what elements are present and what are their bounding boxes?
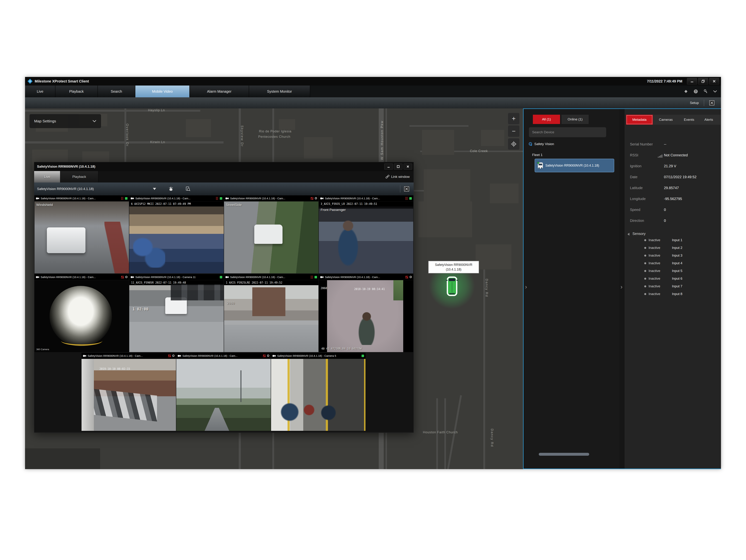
details-tab-bar: Metadata Cameras Events Alerts — [626, 115, 721, 125]
clock: 7/11/2022 7:49:49 PM — [647, 79, 682, 83]
camera-window: SafetyVision RR9000NVR (10.4.1.18) Live … — [34, 162, 414, 433]
camera-tile[interactable]: SafetyVision RR9000NVR (10.4.1.18) - Cam… — [271, 353, 366, 431]
app-title: Milestone XProtect Smart Client — [35, 79, 89, 83]
tab-playback[interactable]: Playback — [55, 86, 98, 97]
tab-live[interactable]: Live — [25, 86, 55, 97]
camera-tile[interactable]: SafetyVision RR9000NVR (10.4.1.18) - Cam… — [224, 274, 318, 352]
map-zoom-out-button[interactable]: − — [508, 125, 520, 137]
camera-tile[interactable]: SafetyVision RR9000NVR (10.4.1.18) - Cam… — [34, 274, 129, 352]
map-locate-button[interactable] — [508, 138, 520, 150]
camera-tab-live[interactable]: Live — [34, 171, 60, 183]
road — [409, 125, 468, 127]
follow-vehicle-icon[interactable] — [169, 187, 173, 191]
video-feed[interactable] — [271, 359, 366, 431]
close-button[interactable] — [709, 78, 719, 84]
link-icon — [385, 175, 390, 179]
camera-window-toolbar: SafetyVision RR9000NVR (10.4.1.18) — [34, 183, 413, 195]
link-window-button[interactable]: Link window — [385, 171, 410, 183]
sensory-collapse-icon[interactable] — [627, 233, 629, 235]
inactive-dot-icon — [644, 239, 646, 241]
camera-tile[interactable]: SafetyVision RR9000NVR (10.4.1.18) - Cam… — [224, 195, 318, 273]
title-bar: Milestone XProtect Smart Client 7/11/202… — [25, 77, 721, 86]
tab-system-monitor[interactable]: System Monitor — [249, 86, 310, 97]
overlay-indicator: O — [172, 354, 174, 358]
camera-tile[interactable]: SafetyVision RR9000NVR (10.4.1.18) - Cam… — [129, 274, 224, 352]
camera-icon — [320, 197, 323, 199]
no-recording-icon — [168, 355, 171, 357]
selector-caret-icon[interactable] — [153, 188, 156, 190]
tab-metadata[interactable]: Metadata — [626, 115, 653, 125]
no-recording-icon — [310, 197, 314, 200]
device-search-input[interactable] — [529, 127, 606, 137]
map-label: Kirwin Ln — [150, 140, 165, 144]
camera-tile[interactable]: SafetyVision RR9000NVR (10.4.1.18) - Cam… — [176, 353, 271, 431]
camera-tile[interactable]: SafetyVision RR9000NVR (10.4.1.18) - Cam… — [319, 274, 413, 352]
video-feed[interactable] — [176, 359, 271, 431]
camera-selector[interactable]: SafetyVision RR9000NVR (10.4.1.18) — [37, 187, 94, 191]
camera-window-close-button[interactable] — [404, 164, 412, 170]
device-list-panel: All (1) Online (1) Safety Vision Fleet 1… — [523, 109, 619, 469]
video-feed[interactable]: StreetSide — [224, 201, 318, 273]
camera-window-title: SafetyVision RR9000NVR (10.4.1.18) — [37, 165, 95, 169]
tab-search[interactable]: Search — [98, 86, 135, 97]
app-window: Milestone XProtect Smart Client 7/11/202… — [25, 77, 721, 469]
field-date: Date 07/11/2022 19:49:52 — [625, 175, 721, 179]
tab-events[interactable]: Events — [679, 115, 699, 125]
tab-mobile-video[interactable]: Mobile Video — [135, 86, 190, 97]
tree-item-device-selected[interactable]: SafetyVision RR9000NVR (10.4.1.18) — [535, 159, 614, 172]
inactive-dot-icon — [644, 270, 646, 272]
setup-button[interactable]: Setup — [690, 101, 699, 105]
tree-item-fleet[interactable]: Fleet 1 — [532, 153, 543, 157]
camera-tile[interactable]: SafetyVision RR9000NVR (10.4.1.18) - Cam… — [34, 195, 129, 273]
camera-icon — [226, 197, 229, 199]
device-list-scrollbar[interactable] — [539, 453, 589, 456]
tab-alerts[interactable]: Alerts — [699, 115, 718, 125]
video-feed[interactable]: 2019-10-10 08:02:15 — [82, 359, 176, 431]
tab-online-devices[interactable]: Online (1) — [562, 115, 589, 124]
key-icon[interactable] — [704, 89, 708, 94]
tree-root-safety-vision[interactable]: Safety Vision — [528, 142, 554, 146]
fullscreen-toggle-icon[interactable] — [709, 100, 715, 106]
tab-cameras[interactable]: Cameras — [653, 115, 679, 125]
camera-tile[interactable]: SafetyVision RR9000NVR (10.4.1.18) - Cam… — [129, 195, 224, 273]
camera-fullscreen-icon[interactable] — [404, 186, 409, 192]
camera-tile-title: SafetyVision RR9000NVR (10.4.1.18) - Cam… — [325, 276, 404, 279]
collapse-left-chevron-icon[interactable]: › — [525, 284, 527, 289]
setup-toolbar: Setup — [25, 97, 721, 108]
video-feed[interactable]: Windshield — [34, 201, 129, 273]
video-feed[interactable]: 3_AXIS_P3935_LR 2022-07-11 19:49:51 Fron… — [319, 201, 413, 273]
video-feed[interactable]: 11_AXIS_P3905R 2022-07-11 19:49:48 1 02:… — [129, 280, 224, 352]
chevron-down-icon — [92, 120, 96, 122]
camera-window-maximize-button[interactable] — [394, 164, 402, 170]
snapshot-search-icon[interactable] — [186, 187, 191, 191]
collapse-right-chevron-icon[interactable]: › — [621, 284, 623, 289]
camera-window-title-bar[interactable]: SafetyVision RR9000NVR (10.4.1.18) — [34, 162, 413, 171]
camera-tile[interactable]: SafetyVision RR9000NVR (10.4.1.18) - Cam… — [319, 195, 413, 273]
milestone-logo-icon — [28, 79, 32, 84]
map-label: Hayslip Ln — [148, 108, 165, 112]
video-feed[interactable]: 1 AXIS P3925LRE 2022-07-11 19:49:52 2080 — [224, 280, 318, 352]
camera-tile-title: SafetyVision RR9000NVR (10.4.1.18) - Cam… — [277, 354, 360, 357]
overlay-indicator: O — [125, 276, 127, 279]
tab-alarm-manager[interactable]: Alarm Manager — [190, 86, 249, 97]
vehicle-marker-label[interactable]: SafetyVision RR9000NVR (10.4.1.18) — [428, 261, 479, 273]
camera-tile-title: SafetyVision RR9000NVR (10.4.1.18) - Cam… — [135, 276, 218, 279]
camera-window-minimize-button[interactable] — [384, 164, 393, 170]
help-icon[interactable]: ? — [693, 89, 698, 94]
video-feed[interactable]: 360 Camera — [34, 280, 129, 352]
map-zoom-in-button[interactable]: + — [508, 113, 520, 124]
sensory-row: InactiveInput 2 — [625, 246, 721, 250]
video-feed[interactable]: 2018-10-19 08:14:41 2060 40 41 47230N,84… — [319, 280, 413, 352]
vehicle-bus-icon[interactable] — [446, 276, 458, 296]
chevron-down-icon[interactable] — [713, 90, 717, 93]
minimize-button[interactable] — [687, 78, 697, 84]
mic-muted-icon — [121, 197, 124, 200]
camera-tile[interactable]: SafetyVision RR9000NVR (10.4.1.18) - Cam… — [82, 353, 176, 431]
status-diamond-icon[interactable] — [684, 89, 688, 93]
camera-tile-title: SafetyVision RR9000NVR (10.4.1.18) - Cam… — [40, 197, 119, 200]
camera-tab-playback[interactable]: Playback — [60, 171, 98, 183]
tab-all-devices[interactable]: All (1) — [533, 115, 560, 124]
video-feed[interactable]: 6 AXISP12 MKII 2022-07-11 07:49:49 PM — [129, 201, 224, 273]
restore-button[interactable] — [698, 78, 708, 84]
map-settings-dropdown[interactable]: Map Settings — [29, 114, 101, 128]
